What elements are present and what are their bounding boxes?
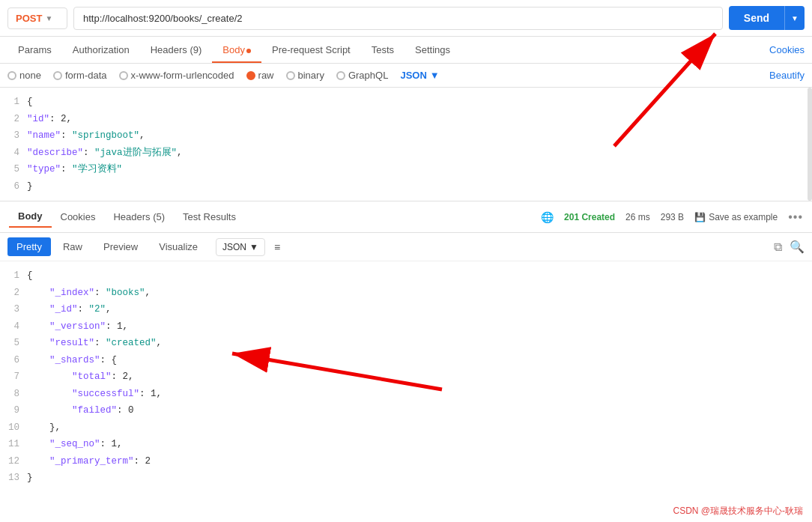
resp-line-5: 5 "result": "created", <box>0 335 812 352</box>
req-line-1: 1 { <box>0 94 812 111</box>
option-graphql[interactable]: GraphQL <box>336 70 388 81</box>
tab-prerequest[interactable]: Pre-request Script <box>261 37 361 63</box>
resp-line-2: 2 "_index": "books", <box>0 285 812 302</box>
beautify-button[interactable]: Beautify <box>769 70 805 81</box>
json-format-label: JSON <box>400 70 426 81</box>
filter-icon[interactable]: ≡ <box>274 241 280 253</box>
option-raw[interactable]: raw <box>246 70 274 81</box>
resp-tab-body[interactable]: Body <box>9 206 52 228</box>
resp-tab-cookies[interactable]: Cookies <box>52 207 105 227</box>
url-input[interactable] <box>73 7 723 30</box>
resp-line-8: 8 "successful": 1, <box>0 386 812 403</box>
status-size: 293 B <box>661 212 684 222</box>
resp-line-4: 4 "_version": 1, <box>0 318 812 336</box>
response-actions: ⧉ 🔍 <box>774 240 805 254</box>
tab-body[interactable]: Body <box>212 37 261 63</box>
tab-settings[interactable]: Settings <box>405 37 461 63</box>
save-as-example-button[interactable]: 💾 Save as example <box>694 212 778 222</box>
resp-line-9: 9 "failed": 0 <box>0 402 812 419</box>
resp-tab-test-results[interactable]: Test Results <box>174 207 245 227</box>
resp-line-3: 3 "_id": "2", <box>0 301 812 318</box>
option-form-data[interactable]: form-data <box>53 70 107 81</box>
resp-line-6: 6 "_shards": { <box>0 352 812 369</box>
response-format-chevron-icon: ▼ <box>249 242 258 252</box>
body-options: none form-data x-www-form-urlencoded raw… <box>0 64 812 88</box>
req-line-5: 5 "type": "学习资料" <box>0 161 812 178</box>
send-button[interactable]: Send <box>729 6 784 30</box>
send-dropdown-button[interactable]: ▼ <box>784 6 805 30</box>
resp-line-13: 13 } <box>0 470 812 487</box>
view-tab-preview[interactable]: Preview <box>94 237 147 256</box>
tab-authorization[interactable]: Authorization <box>62 37 140 63</box>
option-none[interactable]: none <box>7 70 41 81</box>
method-select[interactable]: POST ▼ <box>7 7 67 29</box>
view-tab-raw[interactable]: Raw <box>54 237 91 256</box>
radio-raw-icon <box>246 71 255 80</box>
radio-urlencoded-icon <box>119 71 128 80</box>
response-format-label: JSON <box>222 242 246 252</box>
response-code-area: 1 { 2 "_index": "books", 3 "_id": "2", 4… <box>0 261 812 493</box>
status-code: 201 Created <box>564 212 615 222</box>
save-icon: 💾 <box>694 212 706 222</box>
radio-graphql-icon <box>336 71 345 80</box>
status-time: 26 ms <box>625 212 650 222</box>
body-dot-icon <box>246 49 251 53</box>
cookies-link[interactable]: Cookies <box>769 37 805 63</box>
view-tab-pretty[interactable]: Pretty <box>7 237 51 256</box>
more-options-button[interactable]: ••• <box>788 210 803 224</box>
radio-none-icon <box>7 71 16 80</box>
search-response-button[interactable]: 🔍 <box>790 240 805 254</box>
resp-line-12: 12 "_primary_term": 2 <box>0 453 812 470</box>
tab-tests[interactable]: Tests <box>361 37 405 63</box>
req-line-4: 4 "describe": "java进阶与拓展", <box>0 145 812 162</box>
request-code-area: 1 { 2 "id": 2, 3 "name": "springboot", 4… <box>0 88 812 201</box>
tab-headers[interactable]: Headers (9) <box>140 37 213 63</box>
json-chevron-icon: ▼ <box>430 70 440 81</box>
top-bar: POST ▼ Send ▼ <box>0 0 812 37</box>
view-tab-visualize[interactable]: Visualize <box>150 237 207 256</box>
globe-icon: 🌐 <box>541 211 554 223</box>
response-format-select[interactable]: JSON ▼ <box>216 238 265 256</box>
json-format-select[interactable]: JSON ▼ <box>400 70 439 81</box>
radio-formdata-icon <box>53 71 62 80</box>
req-line-6: 6 } <box>0 178 812 195</box>
resp-line-11: 11 "_seq_no": 1, <box>0 436 812 453</box>
response-status-bar: Body Cookies Headers (5) Test Results 🌐 … <box>0 201 812 233</box>
scrollbar-right[interactable] <box>808 88 812 201</box>
request-tabs: Params Authorization Headers (9) Body Pr… <box>0 37 812 64</box>
req-line-3: 3 "name": "springboot", <box>0 127 812 145</box>
save-example-label: Save as example <box>709 212 778 222</box>
method-chevron-icon: ▼ <box>45 14 52 22</box>
resp-tab-headers[interactable]: Headers (5) <box>104 207 174 227</box>
req-line-2: 2 "id": 2, <box>0 111 812 128</box>
response-status-info: 🌐 201 Created 26 ms 293 B 💾 Save as exam… <box>541 210 803 224</box>
tab-params[interactable]: Params <box>7 37 62 63</box>
radio-binary-icon <box>286 71 295 80</box>
option-urlencoded[interactable]: x-www-form-urlencoded <box>119 70 234 81</box>
method-label: POST <box>16 13 42 24</box>
resp-line-7: 7 "total": 2, <box>0 368 812 386</box>
option-binary[interactable]: binary <box>286 70 324 81</box>
response-view-tabs: Pretty Raw Preview Visualize JSON ▼ ≡ ⧉ … <box>0 233 812 261</box>
resp-line-1: 1 { <box>0 267 812 285</box>
resp-line-10: 10 }, <box>0 419 812 437</box>
send-button-wrap: Send ▼ <box>729 6 805 30</box>
copy-response-button[interactable]: ⧉ <box>774 240 782 254</box>
